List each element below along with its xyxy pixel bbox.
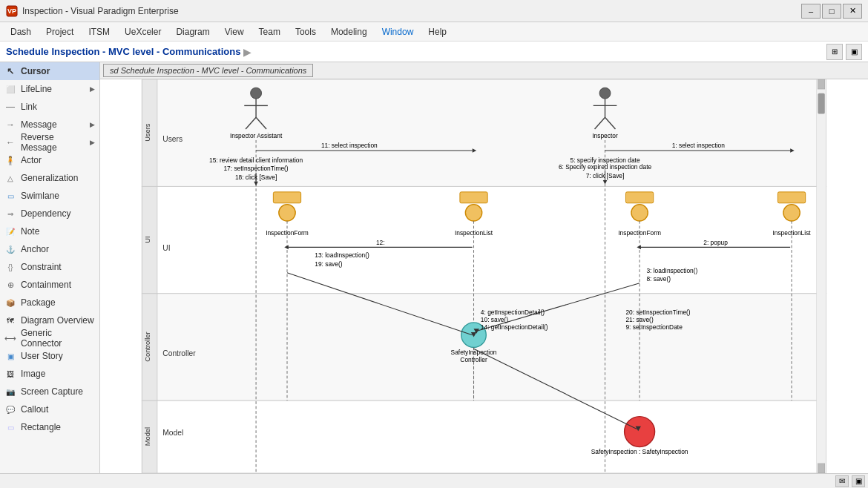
diagram-canvas[interactable]: Users UI Controller Model Users UI Contr… [100, 79, 868, 473]
msg-18: 18: click [Save] [235, 174, 277, 181]
tool-panel: CursorLifeLine▶LinkMessage▶Reverse Messa… [0, 62, 100, 473]
label-inspectionlist-2: InspectionList [772, 229, 811, 237]
label-inspector: Inspector [592, 132, 618, 139]
svg-rect-47 [818, 93, 824, 114]
msg-7: 7: click [Save] [586, 172, 625, 179]
main-area: CursorLifeLine▶LinkMessage▶Reverse Messa… [0, 62, 868, 473]
tool-item-cursor[interactable]: Cursor [0, 62, 99, 80]
userstory-icon [4, 350, 16, 362]
msg-14: 14: getInspectionDetail() [481, 323, 548, 331]
msg-9: 9: setInspectionDate [625, 323, 683, 331]
menu-item-view[interactable]: View [217, 25, 251, 39]
tool-label-anchor: Anchor [21, 244, 49, 254]
menu-item-tools[interactable]: Tools [288, 25, 323, 39]
tool-item-actor[interactable]: Actor [0, 151, 99, 169]
menubar: DashProjectITSMUeXcelerDiagramViewTeamTo… [0, 22, 868, 42]
tool-label-revmsg: Reverse Message [21, 132, 85, 153]
breadcrumb-icons: ⊞ ▣ [826, 44, 862, 60]
tool-item-package[interactable]: Package [0, 294, 99, 311]
screencap-icon [4, 386, 16, 398]
menu-item-window[interactable]: Window [375, 25, 421, 39]
msg-15: 15: review detail client information [209, 156, 303, 164]
tool-item-link[interactable]: Link [0, 98, 99, 116]
tool-item-anchor[interactable]: Anchor [0, 240, 99, 258]
tool-item-generic[interactable]: Generic Connector [0, 329, 99, 347]
link-icon [4, 101, 16, 113]
tool-item-swim[interactable]: Swimlane [0, 187, 99, 205]
tool-item-callout[interactable]: Callout [0, 400, 99, 418]
label-users: Users [162, 135, 183, 143]
maximize-button[interactable]: □ [822, 4, 841, 19]
tool-label-cursor: Cursor [21, 66, 50, 76]
menu-item-team[interactable]: Team [251, 25, 288, 39]
tool-item-message[interactable]: Message▶ [0, 116, 99, 133]
tool-item-gen[interactable]: Generalization [0, 169, 99, 187]
msg-2: 2: popup [703, 239, 728, 246]
obj-inspectionform-2 [631, 205, 648, 221]
msg-8: 8: save() [646, 275, 671, 283]
package-icon [4, 297, 16, 309]
msg-20: 20: setInspectionTime() [625, 309, 690, 316]
msg-3: 3: loadInspection() [646, 267, 697, 274]
tool-item-revmsg[interactable]: Reverse Message▶ [0, 133, 99, 151]
diagram-svg: Users UI Controller Model Users UI Contr… [100, 79, 868, 473]
menu-item-itsm[interactable]: ITSM [81, 25, 117, 39]
swimlane-controller: Controller [144, 332, 151, 361]
message-icon [4, 119, 16, 131]
menu-item-modeling[interactable]: Modeling [323, 25, 375, 39]
grid-icon[interactable]: ⊞ [826, 44, 843, 60]
menu-item-help[interactable]: Help [421, 25, 454, 39]
msg-21: 21: save() [625, 316, 653, 323]
tool-item-note[interactable]: Note [0, 222, 99, 240]
tool-item-contain[interactable]: Containment [0, 276, 99, 294]
obj-inspectionlist-2 [783, 205, 800, 221]
tool-item-lifeline[interactable]: LifeLine▶ [0, 80, 99, 98]
expand-arrow-revmsg: ▶ [90, 139, 95, 146]
tool-label-dep: Dependency [21, 208, 70, 219]
tool-item-userstory[interactable]: User Story [0, 347, 99, 365]
tool-item-dep[interactable]: Dependency [0, 205, 99, 222]
generic-icon [4, 332, 16, 344]
label-inspectionform-1: InspectionForm [266, 229, 309, 237]
panel-icon[interactable]: ▣ [846, 44, 862, 60]
anchor-icon [4, 243, 16, 255]
tool-label-lifeline: LifeLine [21, 84, 52, 94]
swimlane-users: Users [144, 123, 151, 142]
label-controller: Controller [162, 349, 196, 357]
tool-item-overview[interactable]: Diagram Overview [0, 311, 99, 329]
menu-item-uexceler[interactable]: UeXceler [117, 25, 168, 39]
tool-item-screencap[interactable]: Screen Capture [0, 383, 99, 400]
minimize-button[interactable]: – [801, 4, 821, 19]
breadcrumb-bar: Schedule Inspection - MVC level - Commun… [0, 42, 868, 62]
titlebar: VP Inspection - Visual Paradigm Enterpri… [0, 0, 868, 22]
menu-item-diagram[interactable]: Diagram [168, 25, 217, 39]
msg-11: 11: select inspection [321, 142, 378, 149]
label-inspectionlist-1: InspectionList [455, 229, 493, 237]
breadcrumb-arrow: ▶ [243, 46, 251, 58]
svg-rect-5 [142, 400, 826, 473]
overview-icon [4, 314, 16, 326]
msg-4: 4: getInspectionDetail() [481, 309, 545, 316]
window-controls: – □ ✕ [801, 4, 862, 19]
panel-status-icon[interactable]: ▣ [852, 475, 865, 487]
swim-icon [4, 190, 16, 202]
menu-item-dash[interactable]: Dash [3, 25, 39, 39]
app-icon: VP [6, 5, 18, 17]
msg-17: 17: setInspectionTime() [223, 165, 288, 172]
contain-icon [4, 279, 16, 291]
tool-item-image[interactable]: Image [0, 365, 99, 383]
svg-rect-19 [460, 192, 487, 203]
tool-item-rect[interactable]: Rectangle [0, 418, 99, 436]
svg-rect-45 [818, 79, 824, 89]
swimlane-ui: UI [144, 236, 151, 243]
tool-label-callout: Callout [21, 404, 48, 415]
menu-item-project[interactable]: Project [39, 25, 81, 39]
mail-icon[interactable]: ✉ [835, 475, 849, 487]
gen-icon [4, 172, 16, 184]
tool-label-userstory: User Story [21, 351, 63, 361]
tool-label-link: Link [21, 102, 37, 112]
svg-rect-21 [625, 192, 653, 203]
svg-text:VP: VP [7, 7, 16, 15]
close-button[interactable]: ✕ [843, 4, 862, 19]
tool-item-constraint[interactable]: Constraint [0, 258, 99, 276]
